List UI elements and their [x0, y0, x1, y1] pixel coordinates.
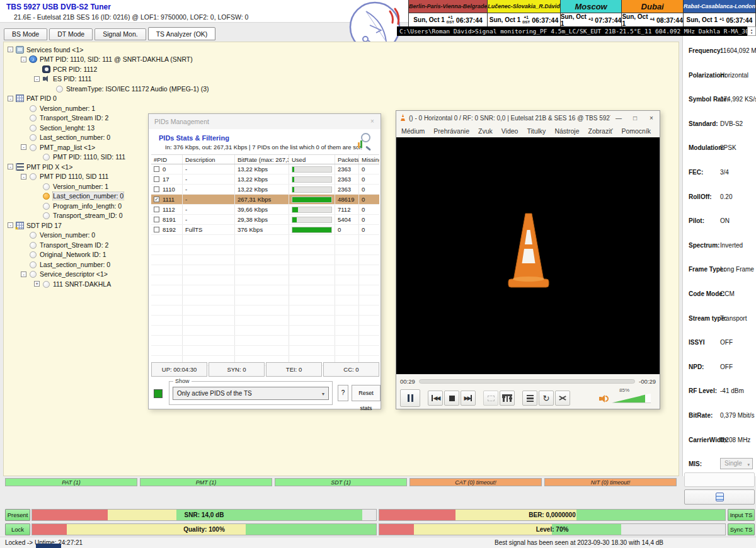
column-header-bitrate-max-267-31-kb[interactable]: BitRate (max: 267,31 Kb... — [235, 155, 289, 164]
tree-item[interactable]: PCR PID: 1112 — [8, 64, 209, 74]
present-button[interactable]: Present — [5, 509, 30, 521]
tree-item[interactable]: StreamType: ISO/IEC 11172 Audio (MPEG-1)… — [8, 84, 209, 94]
tree-item[interactable]: -Services found <1> — [8, 45, 209, 55]
tab-signal-mon[interactable]: Signal Mon. — [94, 28, 146, 40]
vlc-title: () - 0 Horizontal 0 / RF: 0 SNR: 0,0 | E… — [409, 115, 610, 122]
database-icon — [716, 493, 724, 501]
checkbox-icon[interactable] — [154, 217, 159, 222]
checkbox-checked-icon[interactable]: ✓ — [154, 197, 159, 202]
mis-dropdown[interactable]: Single▾ — [720, 458, 753, 469]
checkbox-icon[interactable] — [154, 176, 159, 182]
tab-ts-analyzer-ok[interactable]: TS Analyzer (OK) — [148, 27, 216, 40]
empty-cell — [359, 275, 379, 285]
empty-cell — [335, 346, 359, 355]
menu-zvuk[interactable]: Zvuk — [478, 127, 493, 135]
utc-offset: +4 — [650, 18, 655, 22]
empty-cell — [335, 336, 359, 345]
reset-stats-button[interactable]: Reset stats — [352, 385, 381, 401]
search-icon[interactable] — [355, 133, 372, 151]
tree-item[interactable]: -♪PMT PID: 1110, SID: 111 @ SNRT-DAKHLA … — [8, 55, 209, 65]
menu-m-dium[interactable]: Médium — [401, 127, 425, 135]
record-ts-button[interactable] — [684, 489, 755, 505]
used-cell — [289, 195, 335, 204]
pid-row[interactable]: ✓1111-267,31 Kbps486190 — [151, 195, 379, 205]
loop-button[interactable]: ↻ — [539, 391, 554, 406]
equalizer-button[interactable] — [500, 391, 515, 406]
param-value: Transport — [720, 315, 747, 322]
pids-window-title[interactable]: PIDs Management — [149, 114, 381, 129]
show-filter-dropdown[interactable]: Only active PIDS of the TS▾ — [173, 387, 329, 400]
close-icon[interactable]: × — [643, 115, 660, 122]
volume-control[interactable]: 85% — [599, 394, 660, 403]
menu-zobrazi[interactable]: Zobraziť — [588, 127, 612, 135]
menu-titulky[interactable]: Titulky — [527, 127, 546, 135]
column-header-used[interactable]: Used — [289, 155, 335, 164]
seek-slider[interactable] — [419, 379, 635, 384]
expander-icon[interactable]: - — [34, 76, 40, 82]
input-ts-button[interactable]: Input TS — [728, 509, 755, 521]
column-header-packets[interactable]: Packets — [335, 155, 359, 164]
tab-bs-mode[interactable]: BS Mode — [4, 28, 47, 40]
shuffle-button[interactable] — [555, 391, 570, 406]
expander-icon[interactable]: - — [8, 96, 13, 101]
expander-icon[interactable]: - — [21, 271, 26, 277]
pid-row-empty — [151, 316, 379, 326]
expander-icon[interactable]: - — [21, 174, 26, 180]
checkbox-icon[interactable] — [154, 227, 159, 232]
pid-row[interactable]: 1112-39,66 Kbps71120 — [151, 205, 379, 215]
tree-item[interactable]: -PAT PID 0 — [8, 94, 209, 104]
column-header-description[interactable]: Description — [183, 155, 235, 164]
param-label: Standard: — [689, 120, 718, 127]
pid-row[interactable]: 17-13,22 Kbps23630 — [151, 174, 379, 185]
maximize-icon[interactable]: □ — [627, 115, 643, 122]
empty-cell — [359, 255, 379, 265]
expander-icon[interactable]: - — [21, 57, 26, 62]
tab-dt-mode[interactable]: DT Mode — [49, 28, 93, 40]
vlc-titlebar[interactable]: () - 0 Horizontal 0 / RF: 0 SNR: 0,0 | E… — [396, 111, 660, 125]
pid-row[interactable]: 0-13,22 Kbps23630 — [151, 164, 379, 174]
empty-cell — [183, 346, 235, 355]
fullscreen-button[interactable] — [483, 391, 498, 406]
checkbox-icon[interactable] — [154, 186, 159, 192]
empty-cell — [183, 326, 235, 335]
tree-item-label: Section_lenght: 13 — [40, 124, 94, 132]
help-button[interactable]: ? — [338, 385, 348, 401]
checkbox-icon[interactable] — [154, 207, 159, 212]
tree-item[interactable]: Version_number: 1 — [8, 103, 209, 113]
menu-pomocn-k[interactable]: Pomocník — [621, 127, 651, 135]
menu-n-stroje[interactable]: Nástroje — [554, 127, 579, 135]
expander-icon[interactable]: + — [34, 281, 40, 287]
next-button[interactable]: ▶▶ — [461, 391, 476, 406]
vlc-video-area[interactable] — [396, 137, 660, 374]
column-header-pid[interactable]: #PID — [151, 155, 183, 164]
sync-ts-button[interactable]: Sync TS — [728, 523, 755, 535]
minimize-icon[interactable]: — — [610, 115, 627, 122]
expander-icon[interactable]: - — [21, 144, 26, 150]
scroll-down-icon[interactable]: ▾ — [751, 31, 753, 35]
expander-icon[interactable]: - — [8, 222, 13, 228]
terminal-scrollbar[interactable]: ▴▾ — [747, 26, 756, 36]
pid-row[interactable]: 8191-29,38 Kbps54040 — [151, 215, 379, 225]
previous-button[interactable]: ◀◀ — [428, 391, 443, 406]
missing-cell: 0 — [359, 205, 379, 214]
command-prompt[interactable]: C:\Users\Roman Dávid>Signal monitoring_P… — [397, 26, 747, 36]
menu-prehr-vanie[interactable]: Prehrávanie — [433, 127, 469, 135]
pid-row[interactable]: 1110-13,22 Kbps23630 — [151, 185, 379, 195]
close-icon[interactable]: × — [367, 117, 378, 127]
menu-video[interactable]: Video — [501, 127, 518, 135]
pid-row[interactable]: 8192FullTS376 Kbps00 — [151, 225, 379, 235]
pause-button[interactable] — [400, 389, 420, 407]
checkbox-icon[interactable] — [154, 166, 159, 172]
playlist-button[interactable] — [522, 391, 537, 406]
volume-slider[interactable] — [612, 394, 651, 403]
expander-icon[interactable]: - — [8, 47, 13, 52]
packets-cell: 5404 — [335, 215, 359, 224]
pid-stats-row: UP: 00:04:30SYN: 0TEI: 0CC: 0 — [151, 362, 379, 377]
dot-icon — [55, 85, 64, 93]
column-header-missing[interactable]: Missing — [359, 155, 379, 164]
stop-button[interactable] — [444, 391, 459, 406]
dot-icon — [29, 261, 37, 268]
lock-button[interactable]: Lock — [5, 523, 30, 535]
expander-icon[interactable]: - — [8, 164, 13, 169]
tree-item[interactable]: -ES PID: 1111 — [8, 74, 209, 84]
